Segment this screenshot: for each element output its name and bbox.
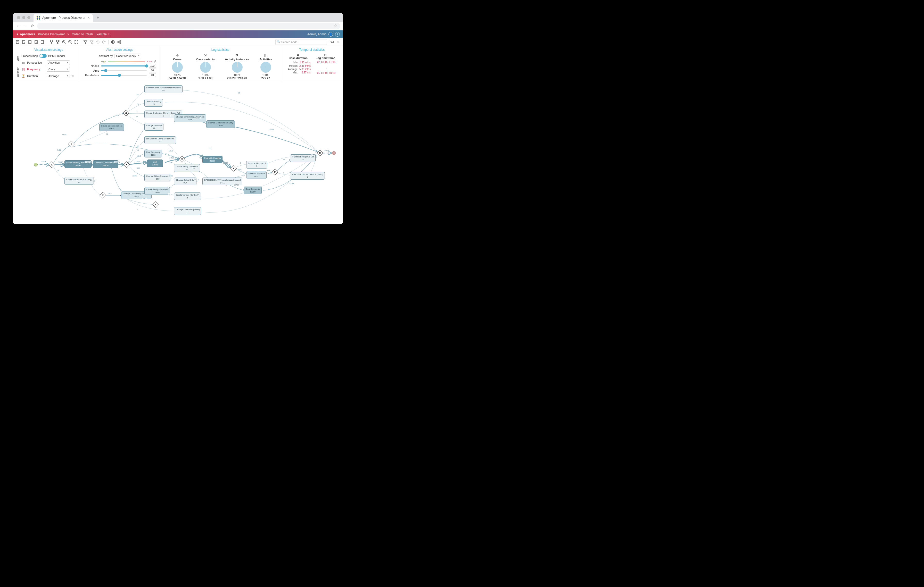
temp-title: Temporal statistics bbox=[285, 48, 339, 51]
nodes-slider[interactable] bbox=[101, 66, 147, 66]
search-input[interactable]: Search node bbox=[276, 39, 327, 45]
activity-node[interactable]: Post Document1010 bbox=[144, 150, 162, 158]
activity-node[interactable]: Transfer Posting70 bbox=[144, 99, 163, 107]
edge-label: 12 bbox=[282, 158, 285, 160]
stat-activities[interactable]: ◫ Activities 100% 27 / 27 bbox=[257, 53, 275, 80]
nodes-value[interactable]: 100 bbox=[149, 64, 156, 68]
help-icon[interactable]: ? bbox=[335, 32, 340, 36]
export-bpmn-icon[interactable] bbox=[27, 39, 33, 45]
activity-node[interactable]: Create Customer (Centrally)10 bbox=[64, 177, 94, 185]
svg-rect-5 bbox=[50, 41, 51, 41]
start-event[interactable] bbox=[34, 163, 38, 166]
close-tab-icon[interactable]: × bbox=[87, 16, 89, 20]
collapse-icon[interactable] bbox=[335, 39, 341, 45]
stat-activity-instances[interactable]: ⚑ Activity instances 100% 210.2K / 210.2… bbox=[223, 53, 252, 80]
layout-hier-icon[interactable] bbox=[49, 39, 54, 45]
activity-node[interactable]: Clear Customer12789 bbox=[244, 187, 262, 194]
back-icon[interactable]: ← bbox=[15, 24, 21, 28]
activity-node[interactable]: Cancel Billing Document93 bbox=[174, 164, 200, 172]
activity-node[interactable]: Cancel Goods Issue for Delivery Note54 bbox=[144, 85, 183, 93]
favicon bbox=[36, 16, 40, 20]
view-section-label: View bbox=[16, 56, 19, 62]
keyboard-icon[interactable] bbox=[329, 39, 335, 45]
activity-node[interactable]: Mark customer for deletion (sales)1 bbox=[290, 172, 325, 179]
bookmark-icon[interactable]: ☆ bbox=[333, 23, 337, 28]
save-log-icon[interactable] bbox=[15, 39, 21, 45]
filter-clear-icon[interactable] bbox=[89, 39, 94, 45]
window-controls[interactable] bbox=[17, 16, 30, 19]
edge-label: 9408 bbox=[57, 149, 62, 151]
forward-icon[interactable]: → bbox=[23, 24, 28, 28]
zoom-in-icon[interactable] bbox=[61, 39, 67, 45]
swap-icon[interactable]: ⇄ bbox=[153, 60, 156, 63]
para-slider[interactable] bbox=[101, 75, 147, 76]
share-icon[interactable] bbox=[116, 39, 122, 45]
process-map-canvas[interactable]: x x x x x x x x x x x x Create delivery … bbox=[13, 82, 343, 224]
stat-variants[interactable]: ⤨ Case variants 100% 1.3K / 1.3K bbox=[194, 53, 218, 80]
new-tab-button[interactable]: + bbox=[95, 15, 101, 21]
download-pdf-icon[interactable] bbox=[33, 39, 39, 45]
fit-screen-icon[interactable] bbox=[73, 39, 79, 45]
gateway[interactable]: x bbox=[230, 165, 237, 171]
gateway[interactable]: x bbox=[317, 150, 323, 156]
svg-point-16 bbox=[120, 43, 120, 44]
svg-point-15 bbox=[120, 41, 120, 41]
activity-node[interactable]: Change Scheduling Agreement2885 bbox=[174, 114, 206, 122]
abstract-by-select[interactable]: Case frequency bbox=[114, 54, 141, 58]
activity-node[interactable]: Change Contract12 bbox=[144, 123, 163, 131]
animate-icon[interactable] bbox=[110, 39, 116, 45]
activity-node[interactable]: Change Outbound Delivery13244 bbox=[206, 120, 235, 128]
end-event[interactable] bbox=[332, 151, 336, 155]
activity-node[interactable]: List Blocked Billing Documents13 bbox=[144, 136, 176, 144]
activity-node[interactable]: Create Billing Document3408 bbox=[144, 187, 170, 195]
gateway[interactable]: x bbox=[99, 192, 106, 199]
reload-icon[interactable]: ⟳ bbox=[30, 23, 35, 28]
browser-tab[interactable]: Apromore - Process Discoverer × bbox=[33, 14, 93, 21]
redo-icon[interactable] bbox=[101, 39, 107, 45]
edge-label: 7843 bbox=[142, 197, 147, 199]
edge-label: 1010 bbox=[136, 155, 141, 157]
gateway[interactable]: x bbox=[152, 201, 159, 208]
svg-point-14 bbox=[117, 41, 119, 43]
edge-label: 9918 bbox=[62, 134, 67, 136]
gateway[interactable]: x bbox=[271, 169, 278, 175]
activity-node[interactable]: Post with Clearing20889 bbox=[202, 156, 223, 163]
activity-node[interactable]: Change Billing Document350 bbox=[144, 174, 171, 181]
arcs-value[interactable]: 10 bbox=[149, 69, 156, 72]
zoom-out-icon[interactable] bbox=[67, 39, 73, 45]
edge-label: 19876 bbox=[85, 161, 91, 163]
edge-label: 1 bbox=[311, 155, 313, 156]
ordering-gradient bbox=[108, 61, 145, 62]
download-json-icon[interactable] bbox=[40, 39, 45, 45]
address-bar[interactable]: ☆ bbox=[37, 23, 340, 30]
activity-node[interactable]: Create sales document9918 bbox=[99, 123, 124, 131]
activity-node[interactable]: Reverse Document3 bbox=[246, 161, 267, 169]
frequency-select[interactable]: Case bbox=[47, 67, 70, 72]
gateway[interactable]: x bbox=[68, 141, 74, 147]
activity-node[interactable]: Create Vendor (Centrally)1 bbox=[174, 192, 201, 200]
perspective-select[interactable]: Activities bbox=[47, 60, 70, 65]
layout-dagre-icon[interactable] bbox=[55, 39, 61, 45]
user-icon[interactable]: 👤 bbox=[328, 32, 333, 36]
filter-icon[interactable] bbox=[82, 39, 88, 45]
brand-logo-icon: ✦ bbox=[16, 33, 18, 36]
activity-node[interactable]: null17928 bbox=[147, 159, 163, 167]
gateway[interactable]: x bbox=[179, 156, 185, 162]
tab-title: Apromore - Process Discoverer bbox=[42, 16, 85, 20]
activity-node[interactable]: Clear G/L Account9651 bbox=[246, 171, 267, 179]
gateway[interactable]: x bbox=[123, 110, 129, 116]
model-toggle[interactable] bbox=[40, 54, 47, 58]
save-log-2-icon[interactable] bbox=[21, 39, 27, 45]
eye-off-icon[interactable]: 👁 bbox=[71, 74, 74, 77]
para-value[interactable]: 40 bbox=[149, 73, 156, 77]
undo-icon[interactable] bbox=[95, 39, 101, 45]
stat-cases[interactable]: ⎋ Cases 100% 34.9K / 34.9K bbox=[166, 53, 189, 80]
activity-node[interactable]: Change Customer (Sales)1 bbox=[174, 207, 201, 215]
activity-node[interactable]: Change Sales Order917 bbox=[174, 178, 196, 185]
arcs-slider[interactable] bbox=[101, 70, 147, 71]
gateway[interactable]: x bbox=[48, 161, 55, 168]
svg-point-8 bbox=[56, 41, 57, 41]
duration-select[interactable]: Average bbox=[47, 74, 70, 78]
gateway[interactable]: x bbox=[123, 161, 130, 168]
user-name: Admin, Admin bbox=[307, 33, 327, 36]
